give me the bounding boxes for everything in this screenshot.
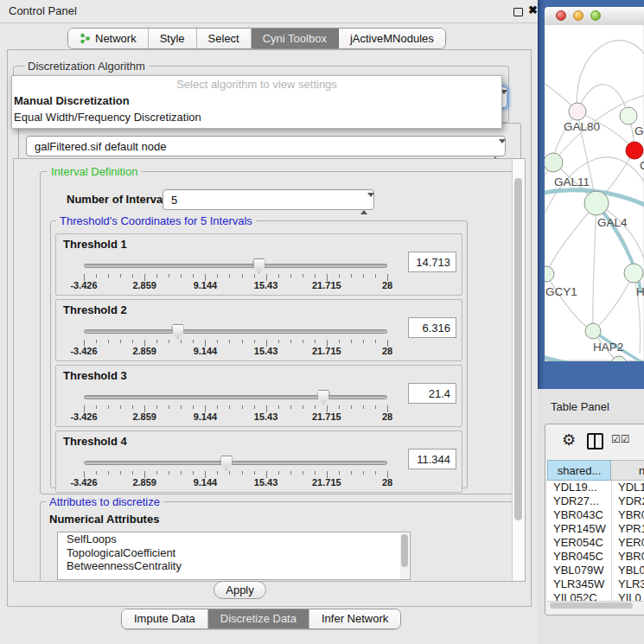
network-edge[interactable] [577, 41, 644, 112]
close-traffic-light[interactable] [556, 10, 566, 21]
slider-track[interactable] [84, 329, 387, 334]
tab-cyni-toolbox[interactable]: Cyni Toolbox [252, 29, 339, 48]
dropdown-item-manual-discretization[interactable]: Manual Discretization [12, 92, 501, 109]
network-node[interactable] [569, 103, 586, 120]
tick-mark [96, 471, 97, 475]
table-cell-shared-name[interactable]: YDR27... [547, 494, 611, 508]
threshold-value-input[interactable]: 21.4 [408, 383, 456, 404]
tab-infer-network[interactable]: Infer Network [309, 609, 400, 628]
table-cell-shared-name[interactable]: YBR045C [547, 550, 611, 564]
list-scrollbar[interactable] [400, 533, 409, 578]
table-row[interactable]: YPR145WYPR1 [547, 522, 644, 536]
tick-mark [290, 274, 291, 277]
vertical-scrollbar[interactable] [512, 159, 525, 581]
table-row[interactable]: YBL079WYBL0 [547, 564, 644, 577]
zoom-traffic-light[interactable] [590, 10, 601, 21]
tick-mark [375, 274, 376, 277]
attribute-list-item[interactable]: TopologicalCoefficient [58, 546, 410, 560]
network-edge[interactable] [546, 203, 596, 274]
network-edge[interactable] [593, 203, 596, 331]
attribute-list-item[interactable]: SelfLoops [58, 532, 410, 546]
scrollbar-thumb[interactable] [550, 603, 633, 609]
table-cell-name[interactable]: YDR2 [611, 494, 644, 508]
slider-handle[interactable] [220, 456, 233, 470]
network-node[interactable] [624, 264, 643, 283]
slider-track[interactable] [84, 264, 387, 268]
settings-scrollpane: Interval Definition Number of Intervals … [13, 158, 526, 582]
table-cell-name[interactable]: YLR3 [611, 577, 644, 591]
checkbox-icons[interactable]: ☑☑ [611, 433, 630, 445]
table-row[interactable]: YBR045CYBR0 [547, 550, 644, 564]
slider-track[interactable] [84, 395, 387, 399]
network-edge[interactable] [545, 355, 644, 361]
table-row[interactable]: YDR27...YDR2 [547, 494, 644, 508]
network-node[interactable] [611, 356, 627, 361]
number-of-intervals-spinner[interactable]: 5 [163, 189, 374, 210]
threshold-slider[interactable] [84, 258, 387, 274]
network-canvas[interactable]: GAL80G.CGAL11GAL4GCY1HHAP2 [545, 25, 644, 361]
table-cell-name[interactable]: YBR0 [611, 508, 644, 522]
threshold-value-input[interactable]: 6.316 [408, 317, 456, 338]
network-node[interactable] [545, 153, 563, 172]
table-row[interactable]: YDL19...YDL1 [547, 481, 644, 494]
columns-icon[interactable] [587, 433, 603, 450]
attribute-list-item[interactable]: BetweennessCentrality [58, 559, 410, 573]
table-cell-name[interactable]: YER0 [611, 536, 644, 550]
slider-track[interactable] [84, 461, 387, 465]
slider-handle[interactable] [317, 390, 330, 405]
network-window-titlebar[interactable] [545, 7, 644, 26]
float-window-icon[interactable] [513, 8, 523, 16]
tab-discretize-data[interactable]: Discretize Data [208, 609, 309, 628]
tab-style[interactable]: Style [149, 29, 197, 48]
tick-mark [339, 340, 340, 343]
table-cell-name[interactable]: YPR1 [611, 522, 644, 536]
tab-impute-data[interactable]: Impute Data [122, 609, 208, 628]
table-cell-name[interactable]: YDL1 [611, 481, 644, 494]
tab-network[interactable]: Network [68, 29, 149, 48]
table-cell-name[interactable]: YBR0 [611, 550, 644, 564]
table-row[interactable]: YLR345WYLR3 [547, 577, 644, 591]
table-data-combobox[interactable]: galFiltered.sif default node [26, 136, 506, 156]
tab-select[interactable]: Select [197, 29, 252, 48]
apply-button[interactable]: Apply [214, 581, 266, 599]
threshold-value-input[interactable]: 14.713 [408, 252, 456, 272]
tick-mark [120, 340, 121, 343]
table-cell-shared-name[interactable]: YBL079W [547, 564, 611, 577]
table-cell-shared-name[interactable]: YBR043C [547, 508, 611, 522]
table-cell-shared-name[interactable]: YPR145W [547, 522, 611, 536]
table-cell-shared-name[interactable]: YER054C [547, 536, 611, 550]
threshold-block: Threshold 4-3.4262.8599.14415.4321.71528… [55, 430, 462, 493]
threshold-slider[interactable] [84, 324, 387, 340]
table-cell-shared-name[interactable]: YLR345W [547, 577, 611, 591]
slider-handle[interactable] [252, 258, 265, 273]
table-row[interactable]: YER054CYER0 [547, 536, 644, 550]
node-label: GAL4 [597, 216, 628, 229]
network-node[interactable] [584, 191, 609, 215]
network-node[interactable] [545, 266, 554, 282]
network-node[interactable] [626, 142, 643, 159]
close-icon[interactable]: ✖ [528, 3, 538, 16]
tab-jactivemnodules[interactable]: jActiveMNodules [339, 29, 445, 48]
threshold-slider[interactable] [84, 390, 387, 405]
table-cell-shared-name[interactable]: YDL19... [547, 481, 611, 494]
combobox-arrows-icon [492, 140, 499, 154]
threshold-slider[interactable] [84, 456, 387, 471]
column-header-shared-name[interactable]: shared... [547, 460, 611, 481]
gear-icon[interactable]: ⚙ [562, 430, 576, 450]
dropdown-item-equal-width[interactable]: Equal Width/Frequency Discretization [12, 109, 501, 125]
network-node[interactable] [620, 107, 637, 124]
tab-label: jActiveMNodules [350, 32, 434, 45]
network-node[interactable] [585, 323, 601, 339]
network-edge[interactable] [593, 273, 634, 331]
minimize-traffic-light[interactable] [573, 10, 583, 21]
network-edge[interactable] [546, 274, 593, 331]
threshold-value-input[interactable]: 11.344 [408, 449, 456, 469]
horizontal-scrollbar[interactable] [547, 601, 644, 610]
table-row[interactable]: YBR043CYBR0 [547, 508, 644, 522]
scrollbar-thumb[interactable] [514, 178, 522, 520]
slider-handle[interactable] [171, 324, 184, 339]
threshold-block: Threshold 1-3.4262.8599.14415.4321.71528… [55, 233, 462, 296]
column-header-name[interactable]: n [611, 460, 644, 481]
dropdown-placeholder-item[interactable]: Select algorithm to view settings [12, 76, 501, 92]
table-cell-name[interactable]: YBL0 [611, 564, 644, 577]
